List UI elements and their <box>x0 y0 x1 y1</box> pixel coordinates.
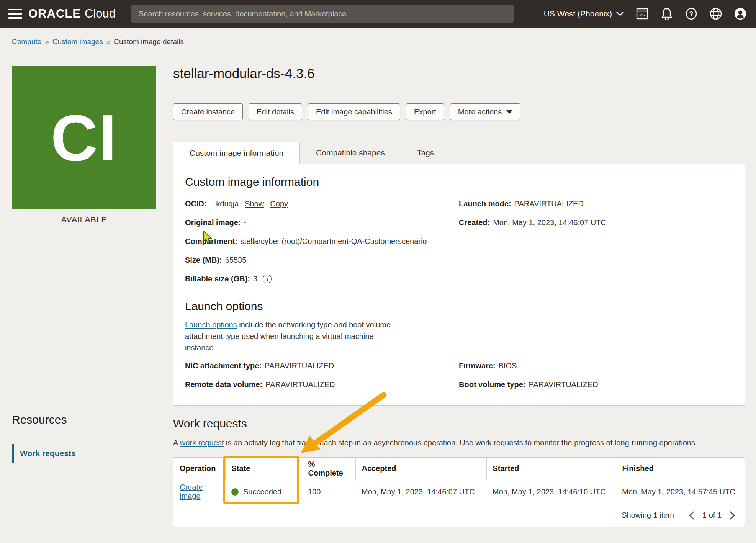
more-actions-label: More actions <box>458 108 502 116</box>
compartment-label: Compartment: <box>185 237 237 246</box>
ocid-value: ...kduqja <box>210 199 239 208</box>
top-navigation-bar: ORACLE Cloud US West (Phoenix) <> <box>0 0 756 28</box>
launch-options-description: Launch options include the networking ty… <box>185 319 401 353</box>
notifications-bell-icon[interactable] <box>660 7 673 20</box>
export-button[interactable]: Export <box>406 103 444 120</box>
size-value: 65535 <box>225 255 247 265</box>
firmware-value: BIOS <box>499 361 517 370</box>
work-request-link[interactable]: work request <box>180 438 224 447</box>
ocid-field: OCID: ...kduqja Show Copy <box>185 199 459 208</box>
work-requests-description: A work request is an activity log that t… <box>173 438 745 447</box>
nic-attachment-field: NIC attachment type: PARAVIRTUALIZED <box>185 361 459 370</box>
work-requests-description-prefix: A <box>173 438 180 447</box>
create-instance-button[interactable]: Create instance <box>173 103 243 120</box>
language-globe-icon[interactable] <box>709 7 722 20</box>
custom-image-thumbnail: CI <box>12 66 156 209</box>
svg-text:<>: <> <box>639 12 645 18</box>
boot-volume-type-value: PARAVIRTUALIZED <box>529 380 598 389</box>
column-header-started[interactable]: Started <box>486 458 616 480</box>
firmware-label: Firmware: <box>459 361 496 370</box>
page-indicator: 1 of 1 <box>702 511 722 520</box>
user-avatar-icon[interactable] <box>734 7 747 20</box>
oracle-cloud-logo[interactable]: ORACLE Cloud <box>28 7 116 21</box>
state-value: Succeeded <box>243 487 281 496</box>
info-tooltip-icon[interactable]: i <box>263 275 272 283</box>
billable-size-label: Billable size (GB): <box>185 274 250 283</box>
compartment-value: stellarcyber (root)/Compartment-QA-Custo… <box>241 237 427 246</box>
launch-options-heading: Launch options <box>185 300 733 313</box>
create-image-link[interactable]: Create image <box>180 483 203 500</box>
billable-size-value: 3 <box>253 274 257 283</box>
sidebar-item-work-requests[interactable]: Work requests <box>12 444 156 463</box>
original-image-label: Original image: <box>185 218 241 227</box>
help-icon[interactable]: ? <box>685 7 698 20</box>
tab-tags[interactable]: Tags <box>401 142 450 164</box>
state-cell: Succeeded <box>231 487 298 496</box>
search-input[interactable] <box>131 5 514 23</box>
billable-size-field: Billable size (GB): 3 i <box>185 274 459 283</box>
hamburger-menu-icon[interactable] <box>0 0 28 28</box>
table-row: Create image Succeeded 100 Mon, May 1, 2… <box>173 480 745 504</box>
brand-oracle: ORACLE <box>28 7 81 21</box>
original-image-value: - <box>244 218 247 227</box>
boot-volume-type-label: Boot volume type: <box>459 380 525 389</box>
breadcrumb-separator: » <box>45 38 49 46</box>
table-header-row: Operation State % Complete Accepted Star… <box>173 458 745 480</box>
ocid-copy-link[interactable]: Copy <box>270 199 288 208</box>
remote-data-volume-label: Remote data volume: <box>185 380 262 389</box>
ocid-show-link[interactable]: Show <box>245 199 264 208</box>
action-buttons-row: Create instance Edit details Edit image … <box>173 103 745 120</box>
accepted-value: Mon, May 1, 2023, 14:46:07 UTC <box>355 480 486 504</box>
breadcrumb-compute[interactable]: Compute <box>12 38 41 46</box>
work-requests-table: Operation State % Complete Accepted Star… <box>173 458 745 504</box>
column-header-operation[interactable]: Operation <box>173 458 225 480</box>
more-actions-button[interactable]: More actions <box>450 103 521 120</box>
remote-data-volume-value: PARAVIRTUALIZED <box>265 380 335 389</box>
chevron-down-icon <box>616 11 624 16</box>
launch-mode-value: PARAVIRTUALIZED <box>514 199 584 208</box>
started-value: Mon, May 1, 2023, 14:46:10 UTC <box>486 480 616 504</box>
cloud-shell-icon[interactable]: <> <box>636 7 649 20</box>
column-header-complete[interactable]: % Complete <box>302 458 355 480</box>
column-header-state[interactable]: State <box>225 458 302 480</box>
work-requests-table-card: Operation State % Complete Accepted Star… <box>173 457 745 527</box>
size-field: Size (MB): 65535 <box>185 255 459 265</box>
page-title: stellar-modular-ds-4.3.6 <box>173 66 745 81</box>
complete-value: 100 <box>302 480 355 504</box>
launch-mode-field: Launch mode: PARAVIRTUALIZED <box>459 199 733 208</box>
edit-details-button[interactable]: Edit details <box>249 103 302 120</box>
tab-custom-image-information[interactable]: Custom image information <box>173 142 300 164</box>
status-badge: AVAILABLE <box>12 215 156 225</box>
region-label: US West (Phoenix) <box>544 9 612 18</box>
created-value: Mon, May 1, 2023, 14:46:07 UTC <box>493 218 606 227</box>
column-header-finished[interactable]: Finished <box>616 458 745 480</box>
info-section-heading: Custom image information <box>185 175 733 188</box>
region-selector[interactable]: US West (Phoenix) <box>544 9 624 18</box>
nic-attachment-value: PARAVIRTUALIZED <box>265 361 334 370</box>
nic-attachment-label: NIC attachment type: <box>185 361 262 370</box>
breadcrumb-separator: » <box>106 38 111 46</box>
work-requests-heading: Work requests <box>173 417 745 430</box>
brand-cloud: Cloud <box>85 7 116 21</box>
caret-down-icon <box>506 110 512 114</box>
edit-image-capabilities-button[interactable]: Edit image capabilities <box>308 103 400 120</box>
column-header-accepted[interactable]: Accepted <box>355 458 486 480</box>
breadcrumb-custom-images[interactable]: Custom images <box>52 38 103 46</box>
resources-divider <box>12 435 156 435</box>
ocid-label: OCID: <box>185 199 207 208</box>
previous-page-icon[interactable] <box>688 510 695 520</box>
tab-compatible-shapes[interactable]: Compatible shapes <box>300 142 401 164</box>
launch-options-link[interactable]: Launch options <box>185 321 237 329</box>
finished-value: Mon, May 1, 2023, 14:57:45 UTC <box>616 480 745 504</box>
breadcrumb-current: Custom image details <box>114 38 184 46</box>
svg-text:?: ? <box>689 10 693 18</box>
resources-heading: Resources <box>12 413 156 426</box>
created-field: Created: Mon, May 1, 2023, 14:46:07 UTC <box>459 218 733 227</box>
breadcrumb: Compute » Custom images » Custom image d… <box>0 28 756 46</box>
next-page-icon[interactable] <box>728 510 736 520</box>
size-label: Size (MB): <box>185 255 222 265</box>
succeeded-status-dot-icon <box>231 488 239 496</box>
firmware-field: Firmware: BIOS <box>459 361 733 370</box>
custom-image-information-panel: Custom image information OCID: ...kduqja… <box>173 164 745 406</box>
boot-volume-type-field: Boot volume type: PARAVIRTUALIZED <box>459 380 733 389</box>
